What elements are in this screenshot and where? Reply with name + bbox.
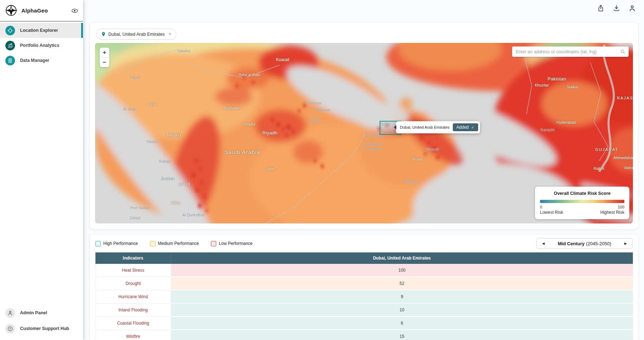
legend-item-label: Low Performance	[219, 241, 252, 246]
value-cell: 10	[171, 303, 633, 316]
legend-min-label: Lowest Risk	[540, 210, 563, 215]
eye-icon[interactable]	[71, 7, 79, 15]
svg-text:?: ?	[9, 327, 11, 330]
sidebar-item-label: Customer Support Hub	[20, 326, 69, 331]
app-title: AlphaGeo	[21, 8, 71, 14]
legend-item-label: Medium Performance	[158, 241, 199, 246]
sidebar-item-location-explorer[interactable]: Location Explorer	[0, 23, 83, 38]
indicator-cell: Coastal Flooding	[95, 316, 171, 330]
table-header-cell: Indicators	[95, 252, 171, 264]
table-row: Hurricane Wind9	[95, 290, 633, 303]
location-tooltip: Dubai, United Arab Emirates Added ✓	[396, 121, 480, 133]
table-row: Wildfire15	[95, 330, 633, 340]
time-period-label: Mid Century (2045-2050)	[558, 241, 611, 246]
risk-gradient-bar	[540, 200, 624, 203]
alphageo-logo-icon	[4, 4, 19, 18]
table-row: Inland Flooding10	[95, 303, 633, 316]
globe-icon	[5, 26, 15, 35]
sidebar-item-label: Admin Panel	[20, 310, 47, 315]
sidebar-item-admin-panel[interactable]: Admin Panel	[0, 305, 83, 321]
analytics-icon	[5, 41, 15, 50]
zoom-in-button[interactable]: +	[100, 48, 109, 57]
map-zoom-control: + −	[100, 48, 109, 67]
help-icon: ?	[5, 324, 15, 334]
table-row: Heat Stress100	[95, 264, 633, 277]
table-row: Drought52	[95, 277, 633, 290]
sidebar-item-label: Location Explorer	[20, 28, 58, 33]
person-icon	[5, 308, 15, 318]
tooltip-location-label: Dubai, United Arab Emirates	[400, 125, 450, 129]
risk-indicators-table: IndicatorsDubai, United Arab Emirates He…	[95, 252, 633, 340]
next-period-icon[interactable]: ▶	[623, 241, 628, 246]
legend-max-label: Highest Risk	[600, 210, 624, 215]
previous-period-icon[interactable]: ◀	[541, 241, 546, 246]
added-button[interactable]: Added ✓	[453, 123, 478, 131]
indicator-cell: Hurricane Wind	[95, 290, 171, 303]
high-performance-swatch	[95, 241, 101, 246]
main-content: Dubai, United Arab Emirates ✕	[83, 0, 644, 340]
map-search-bar	[512, 46, 629, 57]
performance-legend: High PerformanceMedium PerformanceLow Pe…	[95, 241, 252, 246]
user-icon[interactable]	[628, 4, 636, 12]
legend-item-high-performance[interactable]: High Performance	[95, 241, 138, 246]
legend-item-medium-performance[interactable]: Medium Performance	[150, 241, 199, 246]
indicator-cell: Drought	[95, 277, 171, 290]
close-icon[interactable]: ✕	[168, 32, 172, 36]
map-card: Dubai, United Arab Emirates ✕	[89, 22, 639, 230]
location-chip[interactable]: Dubai, United Arab Emirates ✕	[96, 29, 176, 40]
time-period-selector: ◀ Mid Century (2045-2050) ▶	[536, 238, 633, 249]
sidebar-footer: Admin Panel?Customer Support Hub	[0, 305, 83, 336]
sidebar-nav: Location ExplorerPortfolio AnalyticsData…	[0, 23, 83, 68]
risk-score-legend: Overall Climate Risk Score 0 100 Lowest …	[535, 187, 629, 219]
low-performance-swatch	[211, 241, 216, 246]
header-actions	[597, 4, 636, 12]
document-icon	[5, 56, 15, 65]
indicator-cell: Inland Flooding	[95, 303, 171, 316]
sidebar-item-label: Portfolio Analytics	[20, 43, 59, 48]
sidebar-item-data-manager[interactable]: Data Manager	[0, 53, 83, 68]
value-cell: 6	[171, 316, 633, 330]
sidebar: AlphaGeo Location ExplorerPortfolio Anal…	[0, 0, 83, 340]
sidebar-item-customer-support-hub[interactable]: ?Customer Support Hub	[0, 321, 83, 336]
value-cell: 15	[171, 330, 633, 340]
legend-max: 100	[618, 205, 624, 209]
table-row: Coastal Flooding6	[95, 316, 633, 330]
value-cell: 52	[171, 277, 633, 290]
medium-performance-swatch	[150, 241, 155, 246]
share-icon[interactable]	[597, 4, 605, 12]
legend-title: Overall Climate Risk Score	[540, 191, 624, 196]
map-canvas[interactable]: SakakaTabukAl WajhAl UlaMedinaYanbu'Rabi…	[95, 43, 633, 223]
location-chip-label: Dubai, United Arab Emirates	[108, 32, 165, 37]
search-icon[interactable]	[620, 49, 625, 54]
check-icon: ✓	[471, 125, 475, 130]
indicators-panel: High PerformanceMedium PerformanceLow Pe…	[89, 234, 639, 340]
legend-min: 0	[540, 205, 542, 209]
value-cell: 100	[171, 264, 633, 277]
legend-item-low-performance[interactable]: Low Performance	[211, 241, 252, 246]
download-icon[interactable]	[613, 4, 620, 12]
table-header-cell: Dubai, United Arab Emirates	[171, 252, 633, 264]
panel-controls: High PerformanceMedium PerformanceLow Pe…	[90, 235, 638, 252]
active-indicator-bar	[81, 23, 83, 38]
indicator-cell: Wildfire	[95, 330, 171, 340]
indicator-cell: Heat Stress	[95, 264, 171, 277]
sidebar-item-portfolio-analytics[interactable]: Portfolio Analytics	[0, 38, 83, 53]
zoom-out-button[interactable]: −	[100, 58, 109, 67]
logo-row: AlphaGeo	[0, 0, 83, 21]
search-input[interactable]	[512, 49, 620, 54]
value-cell: 9	[171, 290, 633, 303]
location-pin-icon	[101, 31, 106, 37]
sidebar-item-label: Data Manager	[20, 58, 49, 63]
legend-item-label: High Performance	[103, 241, 138, 246]
